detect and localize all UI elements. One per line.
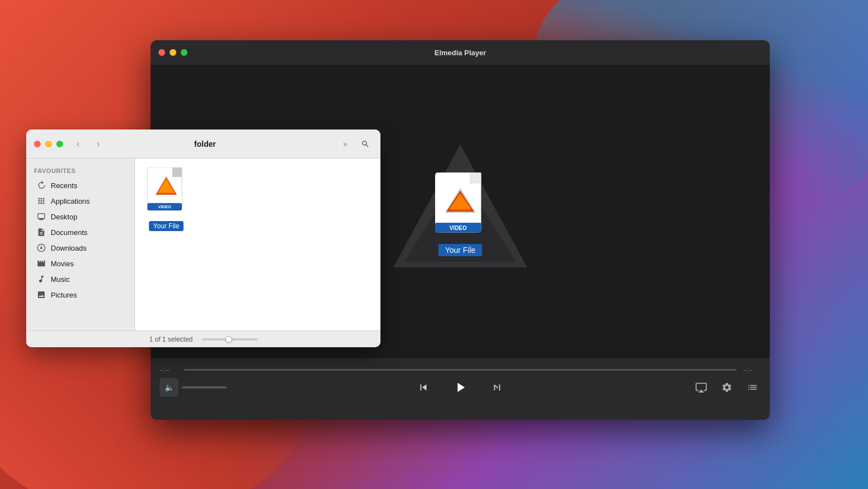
player-traffic-lights [158,49,187,56]
sidebar-label-music: Music [51,275,70,284]
sidebar-item-pictures[interactable]: Pictures [28,287,132,303]
sidebar-label-applications: Applications [51,197,90,205]
sidebar-label-movies: Movies [51,260,74,268]
time-start: --:-- [160,366,177,373]
zoom-slider[interactable] [202,338,258,341]
desktop-icon [36,212,46,222]
file-icon-svg: VIDEO [144,167,189,218]
next-track-button[interactable] [487,377,507,397]
player-file-label: Your File [438,244,483,256]
finder-chevron-button[interactable]: » [338,137,353,151]
progress-track[interactable] [184,369,736,371]
player-file-svg: VIDEO [432,172,488,239]
sidebar-item-music[interactable]: Music [28,271,132,287]
sidebar-label-pictures: Pictures [51,291,77,299]
finder-main-area: VIDEO Your File [135,159,380,330]
prev-track-button[interactable] [413,377,433,397]
svg-text:VIDEO: VIDEO [158,204,172,209]
finder-body: Favourites Recents Applications Desktop [26,159,380,330]
sidebar-section-favourites: Favourites [26,165,134,178]
finder-statusbar: 1 of 1 selected [26,330,380,347]
sidebar-label-downloads: Downloads [51,244,86,252]
volume-section: 🔈 [160,378,226,397]
player-controls: --:-- --:-- 🔈 [151,358,770,420]
player-title: Elmedia Player [435,49,486,57]
finder-window: ‹ › folder » Favourites Recents Applicat… [26,130,380,347]
file-item[interactable]: VIDEO Your File [144,167,189,231]
time-end: --:-- [743,366,761,373]
music-icon [36,274,46,284]
finder-maximize-button[interactable] [56,141,63,147]
finder-minimize-button[interactable] [45,141,52,147]
volume-icon: 🔈 [165,383,174,392]
finder-folder-name: folder [78,140,332,148]
player-titlebar: Elmedia Player [151,40,770,65]
downloads-icon [36,243,46,253]
pictures-icon [36,290,46,300]
playlist-button[interactable] [744,379,761,396]
svg-text:VIDEO: VIDEO [450,225,467,231]
settings-button[interactable] [718,379,735,396]
finder-close-button[interactable] [34,141,41,147]
progress-bar-row: --:-- --:-- [160,358,761,377]
finder-traffic-lights [34,141,63,147]
sidebar-label-documents: Documents [51,228,88,237]
svg-rect-15 [172,167,182,177]
movies-icon [36,258,46,269]
center-controls [413,377,507,397]
applications-icon [36,196,46,206]
sidebar-item-applications[interactable]: Applications [28,193,132,209]
file-label: Your File [149,221,184,231]
player-maximize-button[interactable] [181,49,187,56]
player-close-button[interactable] [158,49,165,56]
play-button[interactable] [450,377,470,397]
recents-icon [36,180,46,190]
volume-button[interactable]: 🔈 [160,378,179,397]
finder-search-button[interactable] [358,137,373,151]
sidebar-item-documents[interactable]: Documents [28,224,132,240]
sidebar-label-desktop: Desktop [51,213,78,221]
player-minimize-button[interactable] [170,49,176,56]
sidebar-item-downloads[interactable]: Downloads [28,240,132,256]
controls-row: 🔈 [160,377,761,402]
player-file-icon: VIDEO Your File [432,172,488,256]
volume-slider[interactable] [182,386,226,389]
finder-titlebar: ‹ › folder » [26,130,380,159]
sidebar-item-desktop[interactable]: Desktop [28,209,132,224]
zoom-slider-thumb[interactable] [225,336,232,343]
airplay-button[interactable] [693,379,710,396]
finder-status-text: 1 of 1 selected [149,335,192,343]
sidebar-label-recents: Recents [51,181,78,190]
right-controls [693,379,761,396]
svg-rect-4 [470,172,481,184]
finder-sidebar: Favourites Recents Applications Desktop [26,159,135,330]
sidebar-item-recents[interactable]: Recents [28,178,132,193]
documents-icon [36,227,46,237]
sidebar-item-movies[interactable]: Movies [28,256,132,271]
